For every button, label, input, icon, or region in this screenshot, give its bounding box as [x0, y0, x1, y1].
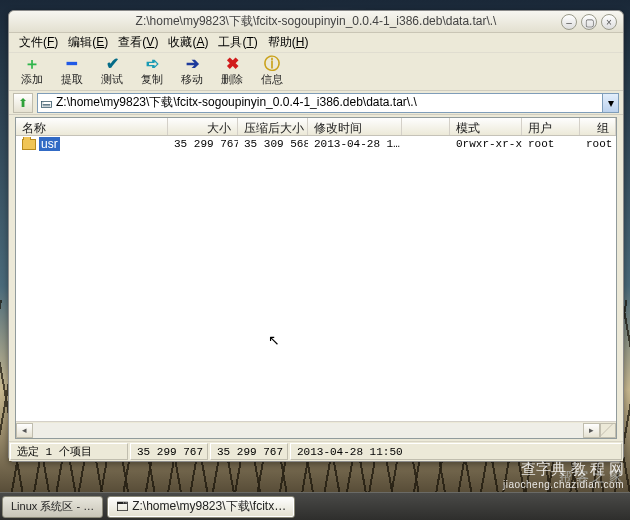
menubar: 文件(F)编辑(E)查看(V)收藏(A)工具(T)帮助(H) — [9, 33, 623, 53]
cell-mtime: 2013-04-28 1… — [308, 138, 402, 150]
add-button-icon: ＋ — [24, 56, 40, 72]
col-gap — [402, 118, 450, 135]
col-name[interactable]: 名称 — [16, 118, 168, 135]
menu-item-2[interactable]: 查看(V) — [114, 33, 162, 52]
col-mtime[interactable]: 修改时间 — [308, 118, 402, 135]
status-date: 2013-04-28 11:50 — [290, 443, 622, 460]
move-button[interactable]: ➔移动 — [175, 56, 209, 87]
menu-item-3[interactable]: 收藏(A) — [164, 33, 212, 52]
window-title: Z:\home\my9823\下载\fcitx-sogoupinyin_0.0.… — [136, 13, 497, 30]
copy-button-icon: ➪ — [146, 56, 159, 72]
extract-button[interactable]: ━提取 — [55, 56, 89, 87]
test-button[interactable]: ✔测试 — [95, 56, 129, 87]
info-button[interactable]: ⓘ信息 — [255, 56, 289, 87]
folder-icon — [22, 139, 36, 150]
delete-button-label: 删除 — [221, 72, 243, 87]
delete-button[interactable]: ✖删除 — [215, 56, 249, 87]
info-button-icon: ⓘ — [264, 56, 280, 72]
taskbar[interactable]: Linux 系统区 - … 🗔 Z:\home\my9823\下载\fcitx… — [0, 492, 630, 520]
h-scrollbar[interactable]: ◂ ▸ — [16, 421, 616, 438]
window-icon: 🗔 — [116, 500, 128, 514]
menu-item-1[interactable]: 编辑(E) — [64, 33, 112, 52]
toolbar: ＋添加━提取✔测试➪复制➔移动✖删除ⓘ信息 — [9, 53, 623, 91]
col-group[interactable]: 组 — [580, 118, 616, 135]
maximize-button[interactable]: ▢ — [581, 14, 597, 30]
menu-item-5[interactable]: 帮助(H) — [264, 33, 313, 52]
scroll-left-button[interactable]: ◂ — [16, 423, 33, 438]
test-button-label: 测试 — [101, 72, 123, 87]
scroll-right-button[interactable]: ▸ — [583, 423, 600, 438]
resize-grip[interactable] — [600, 423, 616, 438]
cell-user: root — [522, 138, 580, 150]
archive-window: Z:\home\my9823\下载\fcitx-sogoupinyin_0.0.… — [8, 10, 624, 462]
copy-button-label: 复制 — [141, 72, 163, 87]
cell-packed: 35 309 568 — [238, 138, 308, 150]
address-field[interactable]: 🖴 Z:\home\my9823\下载\fcitx-sogoupinyin_0.… — [37, 93, 619, 113]
status-size2: 35 299 767 — [210, 443, 288, 460]
extract-button-icon: ━ — [67, 56, 77, 72]
address-dropdown[interactable]: ▾ — [602, 94, 618, 112]
up-button[interactable]: ⬆ — [13, 93, 33, 113]
col-packed[interactable]: 压缩后大小 — [238, 118, 308, 135]
add-button[interactable]: ＋添加 — [15, 56, 49, 87]
copy-button[interactable]: ➪复制 — [135, 56, 169, 87]
info-button-label: 信息 — [261, 72, 283, 87]
table-row[interactable]: usr 35 299 767 35 309 568 2013-04-28 1… … — [16, 136, 616, 152]
move-button-label: 移动 — [181, 72, 203, 87]
delete-button-icon: ✖ — [226, 56, 239, 72]
status-selection: 选定 1 个项目 — [10, 443, 128, 460]
address-bar: ⬆ 🖴 Z:\home\my9823\下载\fcitx-sogoupinyin_… — [9, 91, 623, 115]
menu-item-0[interactable]: 文件(F) — [15, 33, 62, 52]
cell-group: root — [580, 138, 616, 150]
address-path: Z:\home\my9823\下载\fcitx-sogoupinyin_0.0.… — [56, 94, 417, 111]
minimize-button[interactable]: – — [561, 14, 577, 30]
cell-name: usr — [16, 137, 168, 151]
rows-area[interactable]: usr 35 299 767 35 309 568 2013-04-28 1… … — [16, 136, 616, 421]
close-button[interactable]: × — [601, 14, 617, 30]
col-size[interactable]: 大小 — [168, 118, 238, 135]
col-mode[interactable]: 模式 — [450, 118, 522, 135]
extract-button-label: 提取 — [61, 72, 83, 87]
test-button-icon: ✔ — [106, 56, 119, 72]
menu-item-4[interactable]: 工具(T) — [214, 33, 261, 52]
col-user[interactable]: 用户 — [522, 118, 580, 135]
column-headers[interactable]: 名称 大小 压缩后大小 修改时间 模式 用户 组 — [16, 118, 616, 136]
cell-mode: 0rwxr-xr-x — [450, 138, 522, 150]
file-list: 名称 大小 压缩后大小 修改时间 模式 用户 组 usr 35 299 767 … — [15, 117, 617, 439]
status-size1: 35 299 767 — [130, 443, 208, 460]
taskbar-item-archive[interactable]: 🗔 Z:\home\my9823\下载\fcitx… — [107, 496, 295, 518]
status-bar: 选定 1 个项目 35 299 767 35 299 767 2013-04-2… — [9, 441, 623, 461]
move-button-icon: ➔ — [186, 56, 199, 72]
add-button-label: 添加 — [21, 72, 43, 87]
cell-size: 35 299 767 — [168, 138, 238, 150]
scroll-track[interactable] — [33, 423, 583, 438]
watermark-chazidian: 查字典 教 程 网 jiaocheng.chazidian.com — [503, 460, 624, 490]
taskbar-item-linux[interactable]: Linux 系统区 - … — [2, 496, 103, 518]
drive-icon: 🖴 — [40, 96, 52, 110]
titlebar[interactable]: Z:\home\my9823\下载\fcitx-sogoupinyin_0.0.… — [9, 11, 623, 33]
